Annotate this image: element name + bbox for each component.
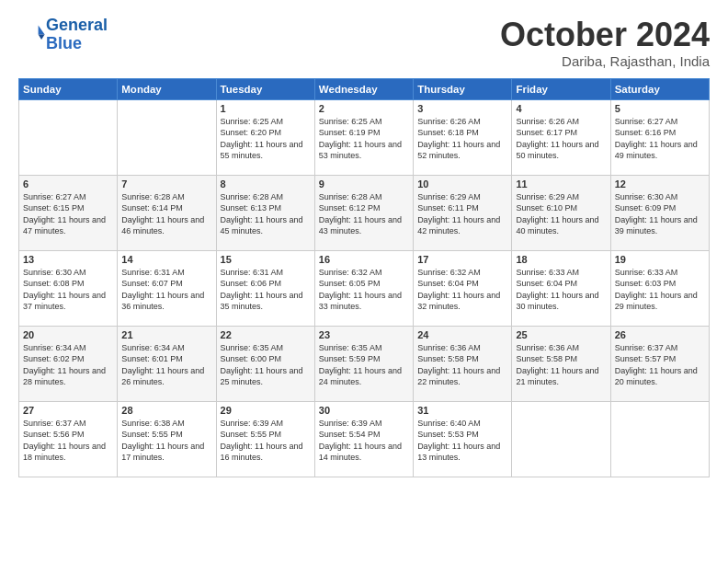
sunrise-text: Sunrise: 6:39 AM [319,419,382,428]
day-number: 5 [615,103,705,114]
day-number: 7 [121,178,211,190]
sunrise-text: Sunrise: 6:27 AM [615,117,678,126]
sunrise-text: Sunrise: 6:36 AM [516,343,579,352]
calendar-cell: 23 Sunrise: 6:35 AM Sunset: 5:59 PM Dayl… [314,326,413,401]
sunrise-text: Sunrise: 6:29 AM [516,192,579,201]
daylight-text: Daylight: 11 hours and 30 minutes. [516,291,598,312]
svg-marker-1 [39,34,45,40]
sunset-text: Sunset: 5:59 PM [319,354,381,363]
day-number: 16 [319,254,409,265]
daylight-text: Daylight: 11 hours and 33 minutes. [319,291,402,312]
sunrise-text: Sunrise: 6:33 AM [615,268,678,277]
cell-info: Sunrise: 6:33 AM Sunset: 6:04 PM Dayligh… [516,267,606,313]
day-number: 4 [516,103,606,114]
weekday-header: Sunday [19,78,118,99]
sunrise-text: Sunrise: 6:26 AM [417,117,481,126]
sunset-text: Sunset: 6:02 PM [23,354,85,363]
weekday-header: Monday [118,78,216,99]
calendar-cell: 28 Sunrise: 6:38 AM Sunset: 5:55 PM Dayl… [118,401,216,477]
day-number: 31 [417,405,507,416]
daylight-text: Daylight: 11 hours and 52 minutes. [417,140,500,161]
sunset-text: Sunset: 5:54 PM [319,430,381,439]
day-number: 9 [319,178,409,190]
sunrise-text: Sunrise: 6:34 AM [121,343,185,352]
sunrise-text: Sunrise: 6:35 AM [221,343,284,352]
cell-info: Sunrise: 6:27 AM Sunset: 6:16 PM Dayligh… [615,116,705,162]
calendar-cell: 5 Sunrise: 6:27 AM Sunset: 6:16 PM Dayli… [610,99,709,175]
sunset-text: Sunset: 6:18 PM [417,128,479,137]
sunrise-text: Sunrise: 6:30 AM [23,268,86,277]
day-number: 22 [221,329,311,340]
cell-info: Sunrise: 6:32 AM Sunset: 6:04 PM Dayligh… [417,267,507,313]
day-number: 13 [23,254,113,265]
calendar-cell: 21 Sunrise: 6:34 AM Sunset: 6:01 PM Dayl… [118,326,216,401]
calendar-cell: 19 Sunrise: 6:33 AM Sunset: 6:03 PM Dayl… [610,250,709,326]
calendar-week-row: 13 Sunrise: 6:30 AM Sunset: 6:08 PM Dayl… [19,250,710,326]
daylight-text: Daylight: 11 hours and 22 minutes. [417,366,500,387]
sunset-text: Sunset: 6:11 PM [417,203,479,213]
cell-info: Sunrise: 6:30 AM Sunset: 6:09 PM Dayligh… [615,191,705,237]
cell-info: Sunrise: 6:39 AM Sunset: 5:55 PM Dayligh… [221,418,311,464]
calendar-cell [512,401,610,477]
daylight-text: Daylight: 11 hours and 17 minutes. [121,442,204,463]
cell-info: Sunrise: 6:35 AM Sunset: 5:59 PM Dayligh… [319,342,409,388]
calendar-cell: 9 Sunrise: 6:28 AM Sunset: 6:12 PM Dayli… [314,175,413,250]
sunrise-text: Sunrise: 6:40 AM [417,419,481,428]
day-number: 8 [221,178,311,190]
calendar-cell: 16 Sunrise: 6:32 AM Sunset: 6:05 PM Dayl… [314,250,413,326]
month-title: October 2024 [500,17,710,53]
sunset-text: Sunset: 5:57 PM [615,354,677,363]
calendar-cell: 1 Sunrise: 6:25 AM Sunset: 6:20 PM Dayli… [216,99,314,175]
daylight-text: Daylight: 11 hours and 25 minutes. [221,366,303,387]
sunset-text: Sunset: 6:15 PM [23,203,85,213]
sunset-text: Sunset: 5:55 PM [121,430,183,439]
daylight-text: Daylight: 11 hours and 26 minutes. [121,366,204,387]
sunset-text: Sunset: 6:12 PM [319,203,381,213]
day-number: 28 [121,405,211,416]
sunrise-text: Sunrise: 6:35 AM [319,343,382,352]
daylight-text: Daylight: 11 hours and 32 minutes. [417,291,500,312]
day-number: 14 [121,254,211,265]
calendar-cell: 15 Sunrise: 6:31 AM Sunset: 6:06 PM Dayl… [216,250,314,326]
day-number: 27 [23,405,113,416]
sunset-text: Sunset: 6:16 PM [615,128,677,137]
cell-info: Sunrise: 6:38 AM Sunset: 5:55 PM Dayligh… [121,418,211,464]
sunrise-text: Sunrise: 6:25 AM [319,117,382,126]
cell-info: Sunrise: 6:26 AM Sunset: 6:17 PM Dayligh… [516,116,606,162]
sunrise-text: Sunrise: 6:37 AM [615,343,678,352]
logo: General Blue [18,17,108,53]
cell-info: Sunrise: 6:35 AM Sunset: 6:00 PM Dayligh… [221,342,311,388]
calendar-cell [610,401,709,477]
cell-info: Sunrise: 6:34 AM Sunset: 6:01 PM Dayligh… [121,342,211,388]
sunrise-text: Sunrise: 6:28 AM [121,192,185,201]
calendar-cell: 20 Sunrise: 6:34 AM Sunset: 6:02 PM Dayl… [19,326,118,401]
cell-info: Sunrise: 6:31 AM Sunset: 6:06 PM Dayligh… [221,267,311,313]
sunrise-text: Sunrise: 6:36 AM [417,343,481,352]
cell-info: Sunrise: 6:33 AM Sunset: 6:03 PM Dayligh… [615,267,705,313]
sunrise-text: Sunrise: 6:32 AM [417,268,481,277]
sunset-text: Sunset: 5:58 PM [516,354,577,363]
day-number: 6 [23,178,113,190]
sunset-text: Sunset: 6:07 PM [121,279,183,288]
daylight-text: Daylight: 11 hours and 46 minutes. [121,215,204,236]
daylight-text: Daylight: 11 hours and 55 minutes. [221,140,303,161]
sunset-text: Sunset: 6:04 PM [516,279,577,288]
sunset-text: Sunset: 6:19 PM [319,128,381,137]
cell-info: Sunrise: 6:32 AM Sunset: 6:05 PM Dayligh… [319,267,409,313]
daylight-text: Daylight: 11 hours and 40 minutes. [516,215,598,236]
day-number: 18 [516,254,606,265]
calendar-cell: 6 Sunrise: 6:27 AM Sunset: 6:15 PM Dayli… [19,175,118,250]
cell-info: Sunrise: 6:40 AM Sunset: 5:53 PM Dayligh… [417,418,507,464]
sunrise-text: Sunrise: 6:29 AM [417,192,481,201]
day-number: 15 [221,254,311,265]
day-number: 1 [221,103,311,114]
sunrise-text: Sunrise: 6:34 AM [23,343,86,352]
title-block: October 2024 Dariba, Rajasthan, India [500,17,710,69]
sunset-text: Sunset: 6:04 PM [417,279,479,288]
calendar-table: SundayMondayTuesdayWednesdayThursdayFrid… [18,78,710,477]
weekday-header: Wednesday [314,78,413,99]
cell-info: Sunrise: 6:34 AM Sunset: 6:02 PM Dayligh… [23,342,113,388]
sunset-text: Sunset: 6:14 PM [121,203,183,213]
sunrise-text: Sunrise: 6:32 AM [319,268,382,277]
day-number: 12 [615,178,705,190]
